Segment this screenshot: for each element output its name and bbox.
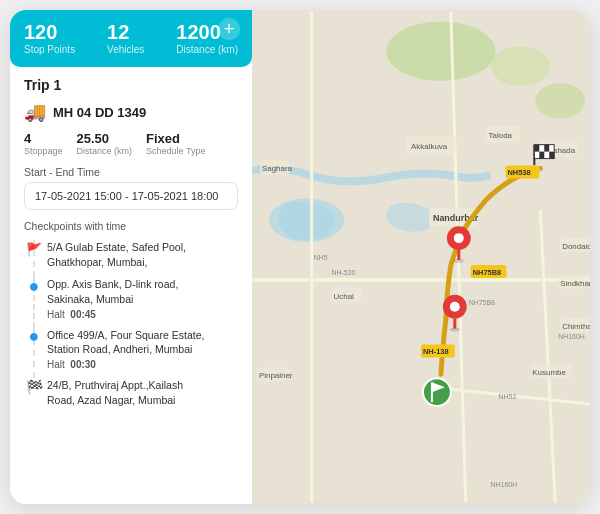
cp-halt: Halt 00:45: [47, 309, 178, 320]
trip-title: Trip 1: [24, 77, 238, 93]
green-flag-map: [423, 378, 451, 406]
cp-address: 5/A Gulab Estate, Safed Pool,Ghatkhopar,…: [47, 240, 186, 269]
svg-rect-42: [539, 152, 544, 159]
svg-rect-40: [534, 145, 539, 152]
svg-text:Dondaicha: Dondaicha: [562, 242, 590, 251]
svg-point-2: [386, 21, 495, 81]
distance-label: Distance (km): [176, 44, 238, 55]
svg-text:NH160H: NH160H: [558, 334, 585, 341]
stoppage-label: Stoppage: [24, 146, 63, 156]
time-section-label: Start - End Time: [24, 166, 238, 178]
svg-rect-41: [544, 145, 549, 152]
map-svg: NH-520 NH5 NH75B8 NH160H NH52 NH160H Akk…: [252, 10, 590, 504]
svg-text:Uchal: Uchal: [334, 292, 355, 301]
stat-stop-points: 120 Stop Points: [24, 20, 75, 55]
svg-point-4: [535, 83, 585, 119]
meta-stoppage: 4 Stoppage: [24, 131, 63, 156]
schedule-value: Fixed: [146, 131, 205, 146]
svg-rect-0: [252, 11, 590, 502]
checkered-flag-icon: 🏁: [25, 378, 43, 396]
stats-bar: 120 Stop Points 12 Vehicles 1200 Distanc…: [10, 10, 252, 67]
main-card: 120 Stop Points 12 Vehicles 1200 Distanc…: [10, 10, 590, 504]
vehicle-number: MH 04 DD 1349: [53, 105, 146, 120]
cp-content: 5/A Gulab Estate, Safed Pool,Ghatkhopar,…: [47, 240, 186, 269]
checkpoints-label: Checkpoints with time: [24, 220, 238, 232]
checkpoint-item: ● Office 499/A, Four Square Estate,Stati…: [33, 328, 238, 378]
svg-text:NH160H: NH160H: [491, 481, 518, 488]
map-panel: NH-520 NH5 NH75B8 NH160H NH52 NH160H Akk…: [252, 10, 590, 504]
cp-halt: Halt 00:30: [47, 359, 204, 370]
svg-point-51: [423, 378, 451, 406]
vehicle-row: 🚚 MH 04 DD 1349: [24, 101, 238, 123]
svg-text:NH-138: NH-138: [423, 347, 449, 356]
vehicles-label: Vehicles: [107, 44, 144, 55]
svg-point-50: [450, 328, 460, 332]
svg-text:Chimthane: Chimthane: [562, 322, 590, 331]
svg-point-47: [454, 259, 464, 263]
svg-point-49: [450, 302, 460, 312]
trip-distance-value: 25.50: [77, 131, 133, 146]
blue-dot-icon: ●: [25, 277, 43, 295]
truck-icon: 🚚: [24, 101, 46, 123]
svg-rect-43: [549, 152, 554, 159]
svg-text:Sindkhare: Sindkhare: [560, 279, 590, 288]
meta-trip-distance: 25.50 Distance (km): [77, 131, 133, 156]
svg-text:NH75B8: NH75B8: [469, 299, 495, 306]
checkpoint-item: ● Opp. Axis Bank, D-link road,Sakinaka, …: [33, 277, 238, 327]
svg-text:Akkalkuva: Akkalkuva: [411, 142, 448, 151]
trip-meta: 4 Stoppage 25.50 Distance (km) Fixed Sch…: [24, 131, 238, 156]
cp-content: Office 499/A, Four Square Estate,Station…: [47, 328, 204, 370]
svg-text:Saghara: Saghara: [262, 165, 293, 174]
schedule-label: Schedule Type: [146, 146, 205, 156]
blue-dot-icon: ●: [25, 328, 43, 346]
cp-address: 24/B, Pruthviraj Appt.,KailashRoad, Azad…: [47, 378, 183, 407]
stop-points-label: Stop Points: [24, 44, 75, 55]
svg-text:Pinpalner: Pinpalner: [259, 371, 293, 380]
stop-points-value: 120: [24, 20, 75, 44]
cp-content: 24/B, Pruthviraj Appt.,KailashRoad, Azad…: [47, 378, 183, 407]
cp-address: Opp. Axis Bank, D-link road,Sakinaka, Mu…: [47, 277, 178, 306]
meta-schedule: Fixed Schedule Type: [146, 131, 205, 156]
svg-point-3: [491, 46, 551, 86]
cp-address: Office 499/A, Four Square Estate,Station…: [47, 328, 204, 357]
svg-text:NH75B8: NH75B8: [473, 268, 502, 277]
left-panel: 120 Stop Points 12 Vehicles 1200 Distanc…: [10, 10, 252, 504]
checkpoint-list: 🚩 5/A Gulab Estate, Safed Pool,Ghatkhopa…: [24, 240, 238, 416]
flag-green-icon: 🚩: [25, 240, 43, 258]
vehicles-value: 12: [107, 20, 144, 44]
svg-text:NH52: NH52: [499, 393, 517, 400]
svg-text:Taloda: Taloda: [489, 131, 513, 140]
panel-body: Trip 1 🚚 MH 04 DD 1349 4 Stoppage 25.50 …: [10, 67, 252, 504]
checkpoint-item: 🏁 24/B, Pruthviraj Appt.,KailashRoad, Az…: [33, 378, 238, 415]
stat-vehicles: 12 Vehicles: [107, 20, 144, 55]
svg-text:NH-520: NH-520: [332, 269, 356, 276]
svg-text:Kusumbe: Kusumbe: [532, 368, 566, 377]
checkpoint-item: 🚩 5/A Gulab Estate, Safed Pool,Ghatkhopa…: [33, 240, 238, 277]
add-button[interactable]: +: [218, 18, 240, 40]
svg-point-46: [454, 233, 464, 243]
cp-content: Opp. Axis Bank, D-link road,Sakinaka, Mu…: [47, 277, 178, 319]
time-box: 17-05-2021 15:00 - 17-05-2021 18:00: [24, 182, 238, 210]
stoppage-value: 4: [24, 131, 63, 146]
svg-text:NH5: NH5: [314, 254, 328, 261]
trip-distance-label: Distance (km): [77, 146, 133, 156]
svg-text:NH538: NH538: [507, 168, 530, 177]
